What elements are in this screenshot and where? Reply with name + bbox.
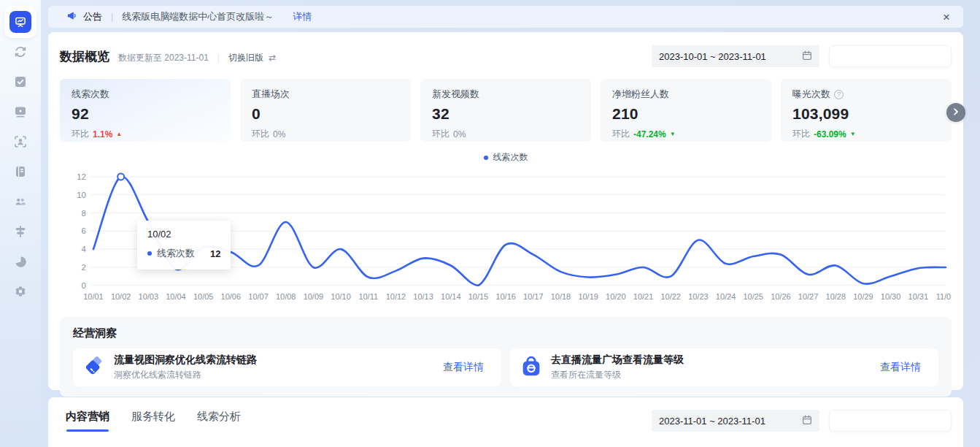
switch-old-version-link[interactable]: 切换旧版 ⇄ — [228, 52, 276, 64]
insights-section: 经营洞察 流量视图洞察优化线索流转链路 洞察优化线索流转链路 查看详情 — [60, 317, 952, 397]
overview-panel: 数据概览 数据更新至 2023-11-01 | 切换旧版 ⇄ 2023-10-0… — [48, 32, 963, 390]
filter-select[interactable] — [829, 45, 952, 67]
announcement-banner: 公告 | 线索版电脑端数据中心首页改版啦～ 详情 × — [48, 6, 963, 28]
svg-text:10/12: 10/12 — [386, 292, 406, 301]
stat-card-live-sessions[interactable]: 直播场次 0 环比 0% — [240, 79, 411, 142]
tooltip-value: 12 — [210, 248, 220, 259]
insight-subtitle: 洞察优化线索流转链路 — [114, 369, 257, 381]
stat-card-new-videos[interactable]: 新发视频数 32 环比 0% — [420, 79, 591, 142]
sidebar-item-notebook[interactable] — [6, 158, 35, 188]
analysis-panel: 内容营销 服务转化 线索分析 2023-11-01 ~ 2023-11-01 — [48, 397, 963, 447]
svg-text:10/01: 10/01 — [83, 292, 103, 301]
stat-value: 92 — [72, 105, 219, 123]
stat-cards-row: 线索次数 92 环比 1.1% ▲ 直播场次 0 环比 0% 新发视频数 32 … — [60, 79, 952, 142]
trend-up-icon: ▲ — [116, 131, 122, 137]
svg-text:10/15: 10/15 — [468, 292, 488, 301]
insight-card-traffic-view[interactable]: 流量视图洞察优化线索流转链路 洞察优化线索流转链路 查看详情 — [73, 348, 501, 386]
stat-label: 直播场次 — [252, 88, 399, 101]
svg-text:10/03: 10/03 — [139, 292, 158, 301]
svg-text:10/30: 10/30 — [881, 292, 900, 301]
view-detail-link[interactable]: 查看详情 — [443, 361, 484, 374]
sidebar-item-apps[interactable] — [6, 278, 35, 307]
svg-text:10/21: 10/21 — [633, 292, 653, 301]
dashboard-icon — [9, 11, 31, 33]
svg-text:10/09: 10/09 — [304, 292, 323, 301]
next-cards-button[interactable] — [946, 103, 965, 122]
legend-dot-icon — [484, 156, 488, 160]
svg-text:2: 2 — [82, 263, 86, 272]
legend-label: 线索次数 — [493, 151, 528, 164]
svg-text:10/22: 10/22 — [660, 292, 680, 301]
trend-down-icon: ▼ — [670, 131, 676, 137]
chart-legend[interactable]: 线索次数 — [60, 151, 952, 164]
pie-chart-icon — [13, 254, 28, 272]
svg-text:10/19: 10/19 — [578, 292, 598, 301]
insight-subtitle: 查看所在流量等级 — [551, 369, 684, 381]
sidebar-item-user-focus[interactable] — [6, 128, 35, 158]
megaphone-icon — [66, 10, 77, 23]
ratio-label: 环比 — [792, 128, 810, 140]
sidebar-item-people[interactable] — [6, 188, 35, 218]
banner-divider: | — [111, 12, 113, 22]
close-icon[interactable]: × — [940, 11, 953, 23]
tab-lead-analysis[interactable]: 线索分析 — [197, 410, 241, 432]
sidebar-item-video[interactable] — [6, 98, 35, 128]
svg-text:4: 4 — [82, 245, 87, 253]
svg-text:10/08: 10/08 — [276, 292, 296, 301]
sidebar-item-refresh[interactable] — [6, 38, 35, 68]
banner-label: 公告 — [83, 10, 102, 23]
ratio-value: 0% — [273, 129, 285, 140]
svg-text:10/31: 10/31 — [908, 292, 928, 301]
stat-label: 曝光次数 ? — [792, 88, 940, 101]
tooltip-dot-icon — [147, 251, 152, 256]
svg-text:10/02: 10/02 — [111, 292, 131, 301]
svg-text:10/14: 10/14 — [441, 292, 460, 301]
header-divider: | — [217, 53, 220, 63]
ratio-label: 环比 — [432, 128, 450, 140]
check-square-icon — [13, 74, 28, 92]
stat-card-net-fans[interactable]: 净增粉丝人数 210 环比 -47.24% ▼ — [601, 79, 771, 142]
swap-icon: ⇄ — [269, 53, 276, 63]
flower-icon — [13, 284, 28, 302]
date-range-picker[interactable]: 2023-10-01 ~ 2023-11-01 — [652, 45, 819, 67]
sidebar-item-dashboard[interactable] — [4, 6, 36, 38]
notebook-icon — [13, 164, 28, 182]
banner-message: 线索版电脑端数据中心首页改版啦～ — [122, 10, 274, 23]
insight-card-live-traffic[interactable]: 去直播流量广场查看流量等级 查看所在流量等级 查看详情 — [510, 348, 938, 386]
date-range-picker-bottom[interactable]: 2023-11-01 ~ 2023-11-01 — [652, 410, 819, 432]
date-range-value: 2023-10-01 ~ 2023-11-01 — [659, 51, 766, 62]
view-detail-link[interactable]: 查看详情 — [880, 361, 921, 374]
banner-detail-link[interactable]: 详情 — [293, 10, 312, 23]
ratio-value: 1.1% — [93, 129, 112, 140]
svg-text:10/16: 10/16 — [495, 292, 515, 301]
tab-content-marketing[interactable]: 内容营销 — [66, 410, 109, 432]
sidebar-item-signpost[interactable] — [6, 218, 35, 248]
sidebar-item-tasks[interactable] — [6, 68, 35, 98]
people-icon — [13, 194, 28, 212]
date-range-value: 2023-11-01 ~ 2023-11-01 — [659, 416, 765, 427]
data-updated-text: 数据更新至 2023-11-01 — [118, 52, 209, 64]
insight-title: 流量视图洞察优化线索流转链路 — [114, 354, 257, 367]
tab-service-conversion[interactable]: 服务转化 — [131, 410, 175, 432]
svg-text:10: 10 — [77, 191, 86, 199]
stat-card-leads[interactable]: 线索次数 92 环比 1.1% ▲ — [60, 79, 231, 142]
calendar-icon — [802, 50, 812, 63]
ratio-value: -47.24% — [633, 129, 666, 140]
stat-label: 新发视频数 — [432, 88, 579, 101]
insight-title: 去直播流量广场查看流量等级 — [551, 354, 684, 367]
stat-value: 0 — [252, 105, 399, 123]
svg-text:12: 12 — [77, 172, 86, 181]
sidebar — [0, 0, 41, 447]
svg-text:10/04: 10/04 — [166, 292, 185, 301]
sidebar-item-pie[interactable] — [6, 248, 35, 278]
svg-text:6: 6 — [82, 226, 86, 235]
svg-text:10/28: 10/28 — [826, 292, 846, 301]
svg-text:10/23: 10/23 — [688, 292, 708, 301]
trend-chart: 02468101210/0110/0210/0310/0410/0510/061… — [60, 167, 952, 307]
help-icon[interactable]: ? — [834, 90, 844, 99]
filter-select-bottom[interactable] — [829, 410, 952, 432]
stat-card-exposures[interactable]: 曝光次数 ? 103,099 环比 -63.09% ▼ — [781, 79, 952, 142]
svg-text:10/11: 10/11 — [358, 292, 378, 301]
stat-label: 净增粉丝人数 — [612, 88, 760, 101]
svg-text:10/06: 10/06 — [221, 292, 241, 301]
